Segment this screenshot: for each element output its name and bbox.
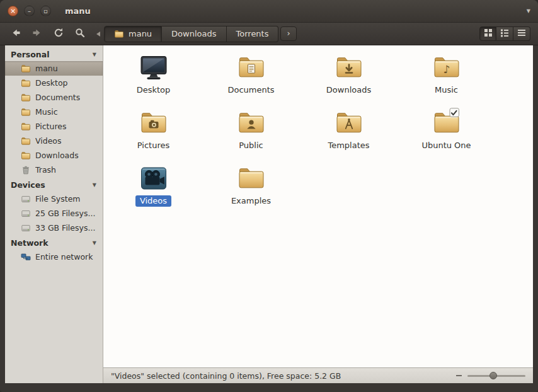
list-view-icon	[500, 28, 509, 40]
desktop-icon	[139, 52, 169, 83]
drive-icon	[21, 223, 31, 233]
sidebar-section-devices[interactable]: Devices▼	[5, 177, 103, 192]
sidebar-item-label: 33 GB Filesys...	[35, 223, 95, 233]
window-controls: × – ▫	[8, 6, 51, 16]
forward-icon	[31, 27, 43, 41]
search-button[interactable]	[72, 26, 88, 42]
sidebar-section-personal[interactable]: Personal▼	[5, 47, 103, 61]
sidebar-item-music[interactable]: Music	[5, 105, 103, 119]
section-label: Devices	[11, 180, 45, 190]
folder-icon	[21, 151, 31, 161]
sidebar-section-network[interactable]: Network▼	[5, 235, 103, 250]
file-desktop[interactable]: Desktop	[105, 49, 202, 105]
zoom-out-icon[interactable]	[456, 375, 462, 376]
file-public[interactable]: Public	[202, 105, 300, 160]
trash-icon	[21, 165, 31, 175]
file-manager-window: × – ▫ manu ▼ manuDownloadsTorrents › Per…	[0, 0, 538, 392]
file-label: Public	[234, 140, 267, 151]
nav-buttons	[8, 26, 88, 42]
video-icon	[139, 163, 169, 193]
maximize-button[interactable]: ▫	[40, 6, 51, 16]
folder-icon	[236, 163, 266, 193]
icon-view-button[interactable]	[479, 26, 496, 41]
file-label: Videos	[135, 195, 171, 207]
folder-icon	[334, 52, 364, 83]
main-column: DesktopDocumentsDownloads♪MusicPicturesP…	[103, 45, 533, 383]
view-mode-buttons	[479, 26, 530, 41]
chevron-down-icon: ▼	[93, 240, 96, 246]
sidebar-item-label: Downloads	[35, 151, 79, 160]
file-label: Desktop	[132, 84, 175, 96]
list-view-button[interactable]	[496, 26, 513, 41]
folder-icon	[236, 108, 266, 138]
icon-view-icon	[484, 28, 493, 40]
folder-icon	[114, 29, 124, 39]
file-documents[interactable]: Documents	[202, 49, 300, 105]
drive-icon	[21, 194, 31, 204]
files-grid: DesktopDocumentsDownloads♪MusicPicturesP…	[103, 45, 533, 216]
file-examples[interactable]: Examples	[202, 160, 300, 216]
folder-icon	[334, 108, 364, 138]
folder-icon	[21, 122, 31, 132]
breadcrumb-torrents[interactable]: Torrents	[227, 26, 279, 42]
file-templates[interactable]: Templates	[300, 105, 398, 160]
network-icon	[21, 252, 31, 262]
file-view[interactable]: DesktopDocumentsDownloads♪MusicPicturesP…	[103, 45, 533, 367]
folder-icon	[21, 78, 31, 88]
sidebar-item-label: Music	[35, 107, 58, 117]
sidebar-item-33-gb-filesys[interactable]: 33 GB Filesys...	[5, 221, 103, 235]
breadcrumb-label: Torrents	[236, 29, 269, 38]
zoom-slider[interactable]	[467, 375, 525, 377]
titlebar-menu-icon[interactable]: ▼	[527, 8, 530, 14]
sidebar-item-label: File System	[35, 194, 81, 204]
sidebar-item-25-gb-filesys[interactable]: 25 GB Filesys...	[5, 206, 103, 221]
section-label: Network	[11, 238, 49, 248]
breadcrumb-bar: manuDownloadsTorrents ›	[94, 26, 479, 42]
breadcrumb-downloads[interactable]: Downloads	[162, 26, 226, 42]
chevron-down-icon: ▼	[93, 52, 96, 57]
sidebar-item-label: Videos	[35, 136, 62, 146]
sidebar-item-videos[interactable]: Videos	[5, 134, 103, 148]
forward-button[interactable]	[29, 26, 45, 42]
file-music[interactable]: ♪Music	[398, 49, 495, 105]
breadcrumb-scroll-left-button[interactable]	[94, 28, 103, 40]
file-label: Ubuntu One	[417, 140, 475, 151]
back-button[interactable]	[8, 26, 23, 42]
sidebar-item-label: 25 GB Filesys...	[35, 209, 95, 218]
file-ubuntu-one[interactable]: Ubuntu One	[398, 105, 495, 160]
status-text: "Videos" selected (containing 0 items), …	[111, 371, 341, 381]
file-pictures[interactable]: Pictures	[105, 105, 202, 160]
window-content: Personal▼manuDesktopDocumentsMusicPictur…	[5, 45, 533, 383]
folder-icon	[21, 107, 31, 117]
sidebar-item-documents[interactable]: Documents	[5, 90, 103, 105]
folder-icon: ♪	[432, 52, 462, 83]
close-button[interactable]: ×	[8, 6, 18, 16]
zoom-control	[456, 375, 525, 377]
breadcrumb-next-button[interactable]: ›	[280, 26, 296, 42]
file-label: Music	[430, 84, 462, 96]
sidebar-item-file-system[interactable]: File System	[5, 192, 103, 206]
section-label: Personal	[11, 50, 49, 59]
sidebar-item-manu[interactable]: manu	[5, 61, 103, 76]
sidebar-item-pictures[interactable]: Pictures	[5, 119, 103, 134]
sidebar-item-downloads[interactable]: Downloads	[5, 148, 103, 163]
svg-text:♪: ♪	[443, 63, 450, 76]
sidebar-item-trash[interactable]: Trash	[5, 163, 103, 177]
search-icon	[74, 27, 86, 41]
file-videos[interactable]: Videos	[105, 160, 202, 216]
sidebar: Personal▼manuDesktopDocumentsMusicPictur…	[5, 45, 103, 383]
minimize-button[interactable]: –	[24, 6, 35, 16]
refresh-button[interactable]	[50, 26, 66, 42]
file-downloads[interactable]: Downloads	[300, 49, 398, 105]
window-title: manu	[65, 6, 91, 16]
zoom-slider-knob[interactable]	[489, 372, 497, 379]
sidebar-item-label: Pictures	[35, 122, 67, 131]
sidebar-item-label: Documents	[35, 93, 80, 102]
toolbar: manuDownloadsTorrents ›	[0, 23, 538, 45]
sidebar-item-entire-network[interactable]: Entire network	[5, 250, 103, 264]
titlebar[interactable]: × – ▫ manu ▼	[0, 0, 538, 23]
breadcrumb-manu[interactable]: manu	[104, 26, 162, 42]
sidebar-item-desktop[interactable]: Desktop	[5, 76, 103, 90]
folder-icon	[21, 93, 31, 103]
compact-view-button[interactable]	[513, 26, 530, 41]
